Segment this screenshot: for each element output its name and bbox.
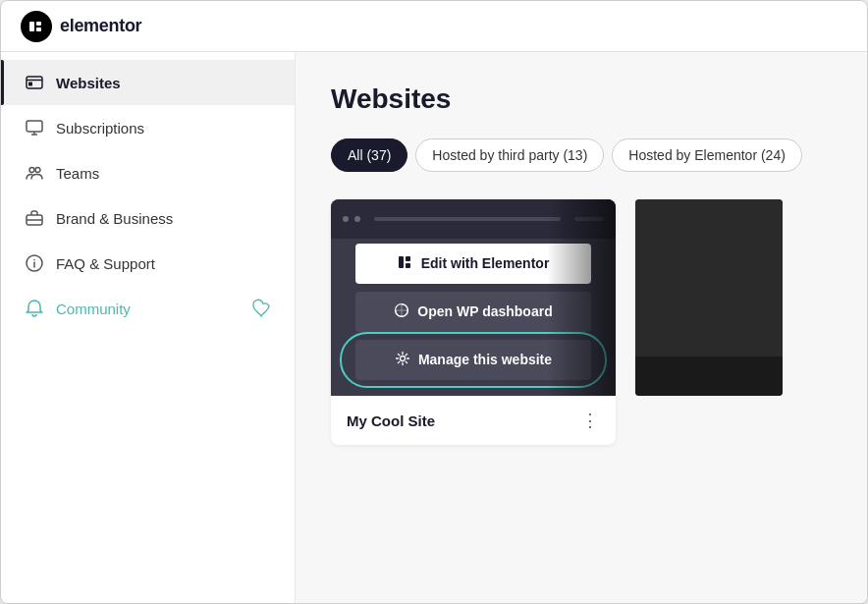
main-content: Websites All (37) Hosted by third party … — [296, 52, 867, 603]
svg-rect-6 — [27, 121, 42, 132]
svg-point-9 — [29, 168, 34, 173]
sidebar: Websites Subscriptions — [1, 52, 296, 603]
browser-icon — [25, 73, 44, 92]
main-layout: Websites Subscriptions — [1, 52, 867, 603]
sidebar-item-brand[interactable]: Brand & Business — [1, 195, 295, 241]
preview-bg — [331, 199, 616, 239]
svg-rect-17 — [406, 256, 410, 261]
people-icon — [25, 163, 44, 183]
svg-point-20 — [400, 356, 405, 360]
wp-button-label: Open WP dashboard — [417, 303, 552, 319]
filter-elementor[interactable]: Hosted by Elementor (24) — [612, 138, 802, 172]
dot-1 — [343, 216, 349, 222]
open-wp-dashboard-button[interactable]: Open WP dashboard — [355, 292, 591, 332]
svg-rect-18 — [406, 263, 410, 268]
dark-preview-area — [635, 199, 783, 357]
sidebar-item-websites-label: Websites — [56, 75, 121, 91]
svg-rect-1 — [36, 22, 41, 26]
more-options-button[interactable]: ⋮ — [581, 410, 600, 431]
dark-footer-area — [635, 357, 783, 396]
logo-text: elementor — [60, 16, 141, 36]
info-icon — [25, 253, 44, 273]
dark-placeholder — [635, 199, 783, 396]
briefcase-icon — [25, 208, 44, 228]
sidebar-item-faq-label: FAQ & Support — [56, 255, 155, 272]
edit-with-elementor-button[interactable]: Edit with Elementor — [355, 244, 591, 284]
sidebar-item-community[interactable]: Community — [1, 286, 295, 331]
manage-this-website-button[interactable]: Manage this website — [355, 340, 591, 380]
filter-third-party[interactable]: Hosted by third party (13) — [415, 138, 604, 172]
wp-icon — [394, 302, 409, 321]
svg-rect-16 — [399, 256, 404, 268]
sidebar-item-subscriptions[interactable]: Subscriptions — [1, 105, 295, 150]
sidebar-item-teams[interactable]: Teams — [1, 150, 295, 195]
edit-button-label: Edit with Elementor — [421, 255, 550, 271]
dot-2 — [354, 216, 360, 222]
svg-rect-5 — [28, 82, 32, 86]
bell-icon — [25, 299, 44, 318]
websites-grid: Edit with Elementor Open WP dashboard — [331, 199, 832, 445]
preview-url-bar — [374, 217, 561, 221]
sidebar-item-faq[interactable]: FAQ & Support — [1, 241, 295, 286]
sidebar-item-community-label: Community — [56, 301, 131, 317]
filter-all[interactable]: All (37) — [331, 138, 407, 172]
card-preview: Edit with Elementor Open WP dashboard — [331, 199, 616, 396]
svg-rect-2 — [36, 27, 41, 31]
gear-icon — [395, 351, 410, 369]
elementor-icon — [398, 254, 413, 273]
sidebar-item-teams-label: Teams — [56, 165, 99, 182]
sidebar-item-brand-label: Brand & Business — [56, 210, 173, 227]
page-title: Websites — [331, 83, 832, 115]
app-window: elementor Websites — [0, 0, 868, 604]
svg-point-15 — [33, 259, 35, 261]
site-card: Edit with Elementor Open WP dashboard — [331, 199, 616, 445]
logo: elementor — [21, 11, 141, 42]
svg-rect-0 — [29, 22, 34, 31]
top-bar: elementor — [1, 1, 867, 52]
logo-icon — [21, 11, 52, 42]
monitor-icon — [25, 118, 44, 137]
card-footer: My Cool Site ⋮ — [331, 396, 616, 445]
community-badge — [251, 299, 271, 318]
sidebar-item-subscriptions-label: Subscriptions — [56, 120, 144, 137]
manage-button-label: Manage this website — [418, 352, 552, 367]
filter-bar: All (37) Hosted by third party (13) Host… — [331, 138, 832, 172]
manage-button-wrapper: Manage this website — [355, 340, 591, 380]
preview-bar-2 — [574, 217, 604, 221]
sidebar-item-websites[interactable]: Websites — [1, 60, 295, 105]
svg-point-10 — [35, 168, 40, 173]
site-name: My Cool Site — [347, 412, 435, 429]
